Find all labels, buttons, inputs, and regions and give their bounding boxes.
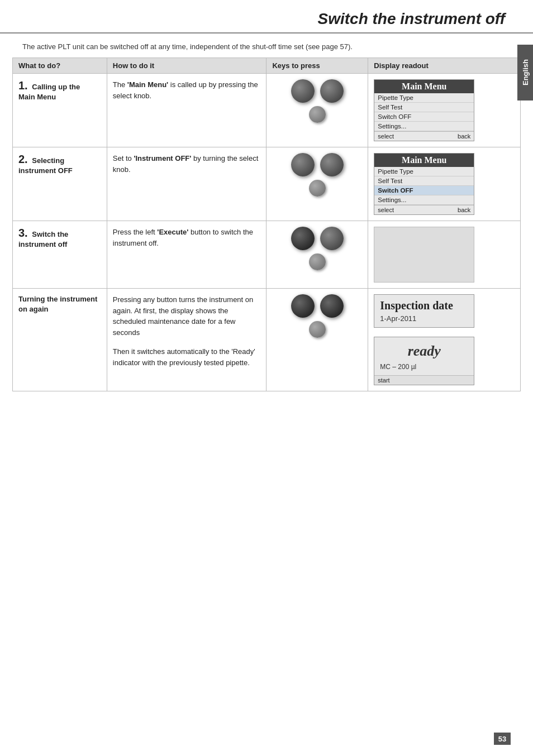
step-keys-3	[266, 221, 368, 289]
col-header-display: Display readout	[368, 58, 521, 74]
display-title-1: Main Menu	[374, 80, 474, 93]
knob-row-bottom-3	[309, 253, 326, 270]
step-number-3: 3.	[18, 227, 28, 239]
page-title: Switch the instrument off	[0, 0, 533, 34]
display-footer-1: select back	[374, 131, 474, 141]
ready-footer: start	[374, 375, 474, 385]
step-number-1: 1.	[18, 79, 28, 92]
step-what-2: 2. Selectinginstrument OFF	[13, 147, 107, 221]
how-text-4a: Pressing any button turns the instrument…	[113, 295, 253, 337]
display-footer-2: select back	[374, 205, 474, 214]
knobs-4	[272, 294, 362, 338]
knob-row-top-3	[291, 227, 344, 250]
knob-left-3	[291, 227, 315, 250]
step-keys-1	[266, 74, 368, 147]
step-what-1: 1. Calling up theMain Menu	[13, 74, 107, 147]
knob-right-1	[320, 79, 344, 103]
table-row: 1. Calling up theMain Menu The 'Main Men…	[13, 74, 521, 147]
inspection-title: Inspection date	[380, 299, 468, 312]
display-item-2-1: Self Test	[374, 176, 474, 186]
display-item-2-0: Pipette Type	[374, 167, 474, 176]
knob-left-4	[291, 294, 315, 318]
footer-back-2: back	[458, 207, 470, 213]
display-empty-3	[374, 227, 474, 283]
knob-right-2	[320, 153, 344, 176]
step-keys-2	[266, 147, 368, 221]
knob-right-4	[320, 294, 344, 318]
ready-sub: MC – 200 µl	[374, 362, 474, 375]
step-keys-4	[266, 289, 368, 391]
display-item-2-2: Switch OFF	[374, 186, 474, 195]
knob-row-top-2	[291, 153, 344, 176]
step-what-3: 3. Switch theinstrument off	[13, 221, 107, 289]
col-header-keys: Keys to press	[266, 58, 368, 74]
display-item-1-1: Self Test	[374, 103, 474, 112]
display-box-2: Main Menu Pipette Type Self Test Switch …	[374, 153, 474, 215]
knob-row-bottom-4	[309, 321, 326, 338]
knobs-1	[272, 79, 362, 123]
step-how-1: The 'Main Menu' is called up by pressing…	[107, 74, 266, 147]
display-item-2-3: Settings...	[374, 195, 474, 205]
inspection-date: 1-Apr-2011	[380, 314, 468, 323]
how-text-1: The 'Main Menu' is called up by pressing…	[113, 80, 258, 100]
step-display-3	[368, 221, 521, 289]
ready-start-label: start	[378, 377, 389, 384]
display-title-2: Main Menu	[374, 154, 474, 167]
step-display-1: Main Menu Pipette Type Self Test Switch …	[368, 74, 521, 147]
page-number: 53	[494, 733, 511, 745]
display-box-1: Main Menu Pipette Type Self Test Switch …	[374, 79, 474, 141]
intro-text: The active PLT unit can be switched off …	[0, 39, 533, 58]
footer-select-1: select	[378, 133, 394, 140]
knob-row-bottom-1	[309, 106, 326, 123]
display-item-1-0: Pipette Type	[374, 93, 474, 103]
knob-bottom-3	[309, 253, 326, 270]
how-text-4b: Then it switches automatically to the 'R…	[113, 347, 255, 367]
col-header-what: What to do?	[13, 58, 107, 74]
step-what-4: Turning the instrument on again	[13, 289, 107, 391]
ready-box: ready MC – 200 µl start	[374, 337, 474, 385]
step-how-2: Set to 'Instrument OFF' by turning the s…	[107, 147, 266, 221]
knob-right-3	[320, 227, 344, 250]
display-stack-4: Inspection date 1-Apr-2011 ready MC – 20…	[374, 294, 515, 385]
step-number-2: 2.	[18, 153, 28, 165]
how-text-3: Press the left 'Execute' button to switc…	[113, 228, 253, 247]
step-how-3: Press the left 'Execute' button to switc…	[107, 221, 266, 289]
step-display-4: Inspection date 1-Apr-2011 ready MC – 20…	[368, 289, 521, 391]
ready-title: ready	[374, 337, 474, 362]
english-tab: English	[517, 45, 533, 101]
table-row: 2. Selectinginstrument OFF Set to 'Instr…	[13, 147, 521, 221]
how-text-2: Set to 'Instrument OFF' by turning the s…	[113, 154, 259, 174]
inspection-box: Inspection date 1-Apr-2011	[374, 294, 474, 328]
knob-row-top-1	[291, 79, 344, 103]
step-how-4: Pressing any button turns the instrument…	[107, 289, 266, 391]
table-row: 3. Switch theinstrument off Press the le…	[13, 221, 521, 289]
knob-bottom-1	[309, 106, 326, 123]
display-item-1-2: Switch OFF	[374, 112, 474, 122]
footer-back-1: back	[458, 133, 470, 140]
instruction-table: What to do? How to do it Keys to press D…	[12, 58, 521, 391]
table-row: Turning the instrument on again Pressing…	[13, 289, 521, 391]
step-label-4: Turning the instrument on again	[18, 295, 97, 313]
col-header-how: How to do it	[107, 58, 266, 74]
knob-bottom-2	[309, 180, 326, 197]
knobs-2	[272, 153, 362, 197]
knobs-3	[272, 227, 362, 270]
knob-left-2	[291, 153, 315, 176]
display-item-1-3: Settings...	[374, 122, 474, 131]
step-display-2: Main Menu Pipette Type Self Test Switch …	[368, 147, 521, 221]
knob-row-bottom-2	[309, 180, 326, 197]
knob-bottom-4	[309, 321, 326, 338]
footer-select-2: select	[378, 207, 394, 213]
knob-row-top-4	[291, 294, 344, 318]
knob-left-1	[291, 79, 315, 103]
